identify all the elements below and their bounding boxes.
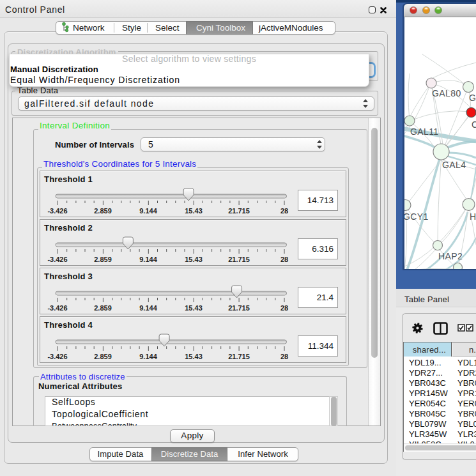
svg-text:H: H — [470, 211, 476, 222]
svg-text:GAL11: GAL11 — [410, 127, 439, 137]
svg-text:C: C — [472, 119, 476, 130]
svg-text:GCY1: GCY1 — [404, 211, 429, 222]
svg-text:GAL4: GAL4 — [442, 160, 466, 170]
svg-text:HAP2: HAP2 — [438, 251, 463, 261]
svg-text:GA: GA — [469, 93, 476, 103]
svg-text:GAL80: GAL80 — [432, 88, 461, 98]
